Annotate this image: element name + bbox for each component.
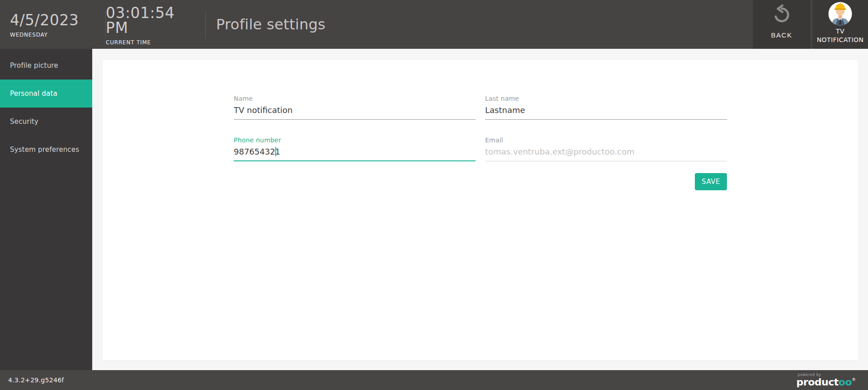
name-input[interactable] bbox=[234, 105, 476, 120]
user-menu[interactable]: TV NOTIFICATION bbox=[812, 0, 868, 49]
current-weekday: WEDNESDAY bbox=[10, 32, 94, 38]
back-button[interactable]: BACK bbox=[753, 0, 811, 49]
email-input bbox=[485, 147, 727, 161]
brand-suffix: oo bbox=[839, 376, 852, 388]
user-name-line1: TV bbox=[836, 27, 844, 36]
sidebar-item-profile-picture[interactable]: Profile picture bbox=[0, 52, 92, 80]
worker-avatar bbox=[828, 2, 852, 26]
name-field: Name bbox=[234, 95, 476, 120]
page-title: Profile settings bbox=[216, 16, 326, 33]
text-caret bbox=[275, 147, 276, 156]
header-divider bbox=[205, 11, 206, 38]
current-time-caption: CURRENT TIME bbox=[106, 39, 194, 46]
header-spacer bbox=[326, 0, 753, 49]
phone-input[interactable] bbox=[234, 147, 476, 161]
app-root: 4/5/2023 WEDNESDAY 03:01:54 PM CURRENT T… bbox=[0, 0, 868, 390]
top-bar: 4/5/2023 WEDNESDAY 03:01:54 PM CURRENT T… bbox=[0, 0, 868, 49]
sidebar-item-security[interactable]: Security bbox=[0, 108, 92, 136]
save-button[interactable]: SAVE bbox=[695, 173, 727, 190]
brand-text: product bbox=[797, 376, 839, 388]
undo-icon bbox=[771, 4, 792, 26]
user-name-line2: NOTIFICATION bbox=[817, 36, 864, 44]
content-row: Profile picture Personal data Security S… bbox=[0, 49, 868, 370]
last-name-field: Last name bbox=[485, 95, 727, 120]
phone-label: Phone number bbox=[234, 136, 476, 144]
date-block: 4/5/2023 WEDNESDAY bbox=[10, 0, 94, 49]
brand-wordmark: productoo® bbox=[797, 377, 856, 387]
last-name-label: Last name bbox=[485, 95, 727, 103]
registered-mark: ® bbox=[852, 377, 856, 382]
personal-data-form: Name Last name bbox=[234, 60, 727, 190]
time-block: 03:01:54 PM CURRENT TIME bbox=[106, 0, 194, 49]
main-area: Name Last name bbox=[92, 49, 868, 370]
back-button-label: BACK bbox=[771, 31, 793, 39]
current-time: 03:01:54 PM bbox=[106, 5, 194, 35]
name-label: Name bbox=[234, 95, 476, 103]
app-version: 4.3.2+29.g5246f bbox=[8, 376, 64, 384]
current-date: 4/5/2023 bbox=[10, 13, 94, 28]
sidebar-item-personal-data[interactable]: Personal data bbox=[0, 80, 92, 108]
bottom-bar: 4.3.2+29.g5246f powered by productoo® bbox=[0, 370, 868, 390]
email-field: Email bbox=[485, 136, 727, 161]
sidebar-item-system-preferences[interactable]: System preferences bbox=[0, 136, 92, 164]
productoo-logo: powered by productoo® bbox=[797, 373, 856, 387]
last-name-input[interactable] bbox=[485, 105, 727, 120]
phone-field: Phone number bbox=[234, 136, 476, 161]
settings-sidebar: Profile picture Personal data Security S… bbox=[0, 49, 92, 370]
personal-data-card: Name Last name bbox=[103, 60, 858, 360]
email-label: Email bbox=[485, 136, 727, 144]
